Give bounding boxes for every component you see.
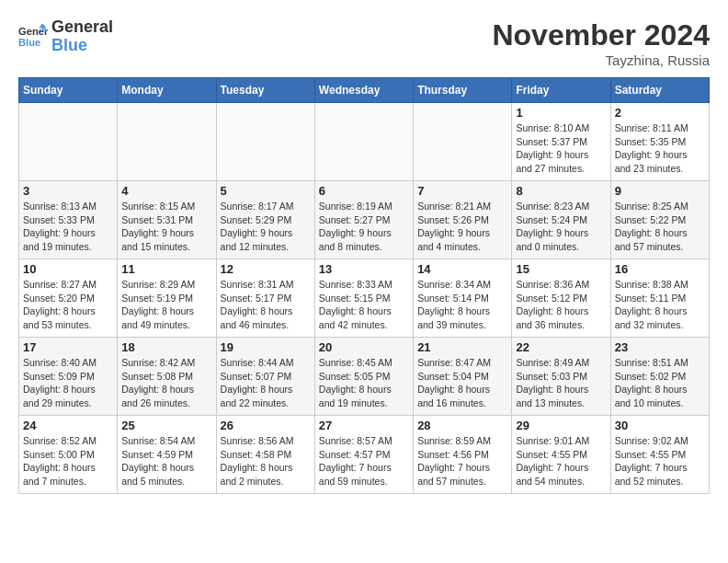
table-row: 8Sunrise: 8:23 AM Sunset: 5:24 PM Daylig… <box>512 181 610 259</box>
table-row: 3Sunrise: 8:13 AM Sunset: 5:33 PM Daylig… <box>19 181 118 259</box>
logo: General Blue General Blue <box>18 18 113 55</box>
day-info: Sunrise: 8:51 AM Sunset: 5:02 PM Dayligh… <box>615 356 705 410</box>
table-row: 5Sunrise: 8:17 AM Sunset: 5:29 PM Daylig… <box>216 181 314 259</box>
day-number: 14 <box>417 262 507 276</box>
table-row <box>216 103 314 181</box>
table-row: 20Sunrise: 8:45 AM Sunset: 5:05 PM Dayli… <box>314 338 413 416</box>
calendar-header-row: Sunday Monday Tuesday Wednesday Thursday… <box>19 78 710 103</box>
table-row: 23Sunrise: 8:51 AM Sunset: 5:02 PM Dayli… <box>610 338 709 416</box>
day-info: Sunrise: 8:29 AM Sunset: 5:19 PM Dayligh… <box>121 278 211 332</box>
day-number: 18 <box>121 340 211 354</box>
header-wednesday: Wednesday <box>314 78 413 103</box>
day-info: Sunrise: 8:49 AM Sunset: 5:03 PM Dayligh… <box>516 356 606 410</box>
day-number: 21 <box>417 340 507 354</box>
table-row <box>118 103 216 181</box>
table-row: 24Sunrise: 8:52 AM Sunset: 5:00 PM Dayli… <box>19 416 118 494</box>
table-row: 7Sunrise: 8:21 AM Sunset: 5:26 PM Daylig… <box>414 181 512 259</box>
day-info: Sunrise: 8:59 AM Sunset: 4:56 PM Dayligh… <box>417 434 507 488</box>
day-number: 24 <box>23 419 113 432</box>
day-number: 26 <box>221 419 311 432</box>
day-number: 12 <box>221 262 311 276</box>
header-monday: Monday <box>118 78 216 103</box>
day-number: 25 <box>121 419 211 432</box>
calendar-week-3: 10Sunrise: 8:27 AM Sunset: 5:20 PM Dayli… <box>19 259 710 338</box>
day-info: Sunrise: 8:54 AM Sunset: 4:59 PM Dayligh… <box>121 434 211 488</box>
calendar-table: Sunday Monday Tuesday Wednesday Thursday… <box>18 77 710 494</box>
day-info: Sunrise: 8:15 AM Sunset: 5:31 PM Dayligh… <box>121 200 211 254</box>
day-number: 16 <box>615 262 705 276</box>
calendar-week-4: 17Sunrise: 8:40 AM Sunset: 5:09 PM Dayli… <box>19 338 710 416</box>
day-info: Sunrise: 8:25 AM Sunset: 5:22 PM Dayligh… <box>615 200 705 254</box>
calendar-week-1: 1Sunrise: 8:10 AM Sunset: 5:37 PM Daylig… <box>19 103 710 181</box>
day-info: Sunrise: 8:44 AM Sunset: 5:07 PM Dayligh… <box>221 356 311 410</box>
day-number: 10 <box>23 262 113 276</box>
table-row: 13Sunrise: 8:33 AM Sunset: 5:15 PM Dayli… <box>314 259 413 338</box>
table-row: 10Sunrise: 8:27 AM Sunset: 5:20 PM Dayli… <box>19 259 118 338</box>
table-row: 9Sunrise: 8:25 AM Sunset: 5:22 PM Daylig… <box>610 181 709 259</box>
day-info: Sunrise: 8:27 AM Sunset: 5:20 PM Dayligh… <box>23 278 113 332</box>
logo-icon: General Blue <box>18 22 48 52</box>
header-thursday: Thursday <box>414 78 512 103</box>
table-row: 2Sunrise: 8:11 AM Sunset: 5:35 PM Daylig… <box>610 103 709 181</box>
day-info: Sunrise: 9:01 AM Sunset: 4:55 PM Dayligh… <box>516 434 606 488</box>
day-number: 1 <box>516 106 606 120</box>
day-info: Sunrise: 8:13 AM Sunset: 5:33 PM Dayligh… <box>23 200 113 254</box>
table-row: 30Sunrise: 9:02 AM Sunset: 4:55 PM Dayli… <box>610 416 709 494</box>
calendar-week-2: 3Sunrise: 8:13 AM Sunset: 5:33 PM Daylig… <box>19 181 710 259</box>
table-row: 21Sunrise: 8:47 AM Sunset: 5:04 PM Dayli… <box>414 338 512 416</box>
day-info: Sunrise: 8:34 AM Sunset: 5:14 PM Dayligh… <box>417 278 507 332</box>
day-number: 17 <box>23 340 113 354</box>
day-info: Sunrise: 8:11 AM Sunset: 5:35 PM Dayligh… <box>615 121 705 176</box>
day-info: Sunrise: 8:36 AM Sunset: 5:12 PM Dayligh… <box>516 278 606 332</box>
day-info: Sunrise: 8:57 AM Sunset: 4:57 PM Dayligh… <box>319 434 409 488</box>
table-row: 11Sunrise: 8:29 AM Sunset: 5:19 PM Dayli… <box>118 259 216 338</box>
day-info: Sunrise: 8:10 AM Sunset: 5:37 PM Dayligh… <box>516 121 606 176</box>
table-row: 16Sunrise: 8:38 AM Sunset: 5:11 PM Dayli… <box>610 259 709 338</box>
day-info: Sunrise: 8:45 AM Sunset: 5:05 PM Dayligh… <box>319 356 409 410</box>
page-header: General Blue General Blue November 2024 … <box>18 18 710 68</box>
day-info: Sunrise: 8:19 AM Sunset: 5:27 PM Dayligh… <box>319 200 409 254</box>
day-info: Sunrise: 8:52 AM Sunset: 5:00 PM Dayligh… <box>23 434 113 488</box>
table-row: 27Sunrise: 8:57 AM Sunset: 4:57 PM Dayli… <box>314 416 413 494</box>
day-number: 27 <box>319 419 409 432</box>
table-row: 4Sunrise: 8:15 AM Sunset: 5:31 PM Daylig… <box>118 181 216 259</box>
day-info: Sunrise: 8:38 AM Sunset: 5:11 PM Dayligh… <box>615 278 705 332</box>
header-sunday: Sunday <box>19 78 118 103</box>
day-info: Sunrise: 8:42 AM Sunset: 5:08 PM Dayligh… <box>121 356 211 410</box>
day-number: 11 <box>121 262 211 276</box>
day-info: Sunrise: 8:33 AM Sunset: 5:15 PM Dayligh… <box>319 278 409 332</box>
month-title: November 2024 <box>492 18 710 52</box>
table-row <box>414 103 512 181</box>
day-info: Sunrise: 8:23 AM Sunset: 5:24 PM Dayligh… <box>516 200 606 254</box>
table-row: 29Sunrise: 9:01 AM Sunset: 4:55 PM Dayli… <box>512 416 610 494</box>
day-info: Sunrise: 8:17 AM Sunset: 5:29 PM Dayligh… <box>221 200 311 254</box>
day-number: 3 <box>23 184 113 198</box>
svg-text:Blue: Blue <box>18 36 40 47</box>
table-row: 15Sunrise: 8:36 AM Sunset: 5:12 PM Dayli… <box>512 259 610 338</box>
table-row: 18Sunrise: 8:42 AM Sunset: 5:08 PM Dayli… <box>118 338 216 416</box>
table-row: 17Sunrise: 8:40 AM Sunset: 5:09 PM Dayli… <box>19 338 118 416</box>
day-info: Sunrise: 8:21 AM Sunset: 5:26 PM Dayligh… <box>417 200 507 254</box>
logo-text-line2: Blue <box>51 37 113 55</box>
day-number: 29 <box>516 419 606 432</box>
day-number: 8 <box>516 184 606 198</box>
title-section: November 2024 Tayzhina, Russia <box>492 18 710 68</box>
header-saturday: Saturday <box>610 78 709 103</box>
day-number: 20 <box>319 340 409 354</box>
table-row: 28Sunrise: 8:59 AM Sunset: 4:56 PM Dayli… <box>414 416 512 494</box>
day-info: Sunrise: 8:31 AM Sunset: 5:17 PM Dayligh… <box>221 278 311 332</box>
table-row: 25Sunrise: 8:54 AM Sunset: 4:59 PM Dayli… <box>118 416 216 494</box>
table-row: 19Sunrise: 8:44 AM Sunset: 5:07 PM Dayli… <box>216 338 314 416</box>
day-number: 13 <box>319 262 409 276</box>
day-number: 23 <box>615 340 705 354</box>
table-row: 1Sunrise: 8:10 AM Sunset: 5:37 PM Daylig… <box>512 103 610 181</box>
day-number: 4 <box>121 184 211 198</box>
header-friday: Friday <box>512 78 610 103</box>
table-row <box>314 103 413 181</box>
day-info: Sunrise: 8:47 AM Sunset: 5:04 PM Dayligh… <box>417 356 507 410</box>
day-info: Sunrise: 9:02 AM Sunset: 4:55 PM Dayligh… <box>615 434 705 488</box>
calendar-week-5: 24Sunrise: 8:52 AM Sunset: 5:00 PM Dayli… <box>19 416 710 494</box>
location: Tayzhina, Russia <box>492 52 710 68</box>
table-row: 12Sunrise: 8:31 AM Sunset: 5:17 PM Dayli… <box>216 259 314 338</box>
day-number: 5 <box>221 184 311 198</box>
